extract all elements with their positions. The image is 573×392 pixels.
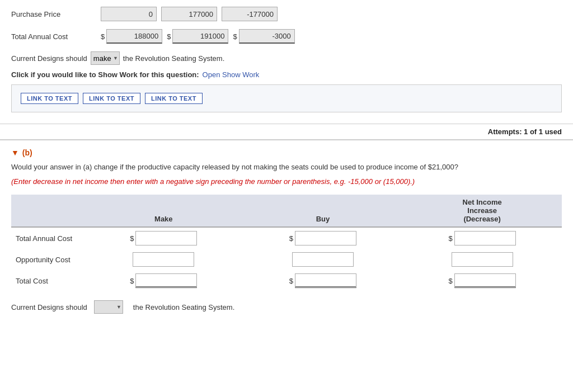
purchase-price-buy-input[interactable] [161, 7, 217, 21]
table-header-col0 [11, 195, 84, 227]
row-total-cost-label: Total Cost [11, 270, 84, 291]
current-designs-before-label: Current Designs should [11, 54, 87, 63]
tbl-total-annual-cost-make[interactable] [135, 231, 197, 245]
show-work-label: Click if you would like to Show Work for… [11, 70, 199, 79]
tbl-total-annual-cost-diff[interactable] [454, 231, 516, 245]
tbl-dollar-diff-3: $ [449, 277, 453, 285]
tbl-dollar-buy-3: $ [289, 277, 293, 285]
current-designs-select[interactable]: make buy [91, 51, 120, 65]
current-designs-after-label: the Revolution Seating System. [123, 54, 224, 63]
tbl-opportunity-cost-buy[interactable] [292, 252, 354, 267]
table-row: Total Cost $ $ $ [11, 270, 562, 291]
link-to-text-btn-2[interactable]: LINK TO TEXT [83, 93, 140, 104]
total-annual-cost-diff-input[interactable] [239, 29, 295, 44]
dollar-sign-3: $ [233, 32, 237, 41]
link-to-text-btn-3[interactable]: LINK TO TEXT [145, 93, 203, 104]
triangle-icon: ▼ [11, 148, 19, 157]
tbl-total-annual-cost-buy[interactable] [295, 231, 356, 245]
section-b-description: Would your answer in (a) change if the p… [11, 162, 562, 173]
tbl-total-cost-buy[interactable] [295, 273, 356, 288]
purchase-price-make-input[interactable] [101, 7, 157, 21]
table-header-make: Make [84, 195, 243, 227]
purchase-price-label: Purchase Price [11, 10, 101, 18]
dollar-sign-1: $ [101, 32, 105, 41]
tbl-dollar-make-3: $ [130, 277, 134, 285]
links-container: LINK TO TEXT LINK TO TEXT LINK TO TEXT [11, 84, 562, 112]
total-annual-cost-label: Total Annual Cost [11, 32, 101, 41]
current-designs-b-after: the Revolution Seating System. [133, 303, 234, 311]
section-b-note: (Enter decrease in net income then enter… [11, 176, 562, 187]
table-header-net-income: Net IncomeIncrease(Decrease) [402, 195, 562, 227]
row-total-annual-cost-label: Total Annual Cost [11, 227, 84, 249]
dollar-sign-2: $ [167, 32, 171, 41]
tbl-opportunity-cost-diff[interactable] [452, 252, 513, 267]
current-designs-b-select[interactable]: make buy [94, 300, 123, 314]
table-header-buy: Buy [243, 195, 403, 227]
section-b-title: (b) [22, 148, 32, 157]
open-show-work-link[interactable]: Open Show Work [203, 70, 260, 79]
tbl-dollar-buy-1: $ [289, 234, 293, 243]
total-annual-cost-buy-input[interactable] [172, 29, 228, 44]
row-opportunity-cost-label: Opportunity Cost [11, 249, 84, 270]
tbl-dollar-make-1: $ [130, 234, 134, 243]
tbl-dollar-diff-1: $ [449, 234, 453, 243]
section-b-table: Make Buy Net IncomeIncrease(Decrease) To… [11, 195, 562, 291]
table-row: Opportunity Cost [11, 249, 562, 270]
tbl-total-cost-make[interactable] [135, 273, 197, 288]
attempts-text: Attempts: 1 of 1 used [0, 124, 573, 139]
link-to-text-btn-1[interactable]: LINK TO TEXT [21, 93, 78, 104]
tbl-total-cost-diff[interactable] [454, 273, 516, 288]
purchase-price-diff-input[interactable] [222, 7, 278, 21]
tbl-opportunity-cost-make[interactable] [133, 252, 194, 267]
table-row: Total Annual Cost $ $ $ [11, 227, 562, 249]
current-designs-b-before: Current Designs should [11, 303, 87, 311]
total-annual-cost-make-input[interactable] [106, 29, 162, 44]
